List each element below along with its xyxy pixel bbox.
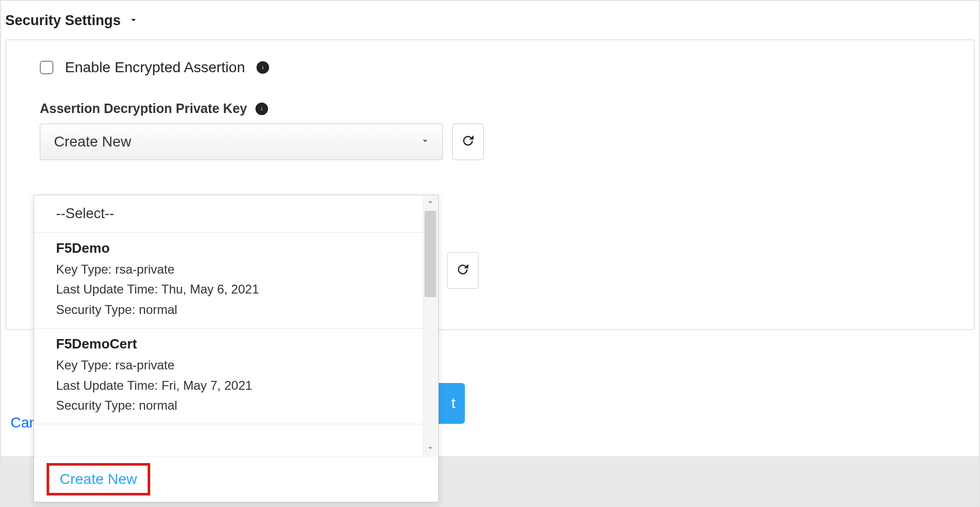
section-title: Security Settings bbox=[5, 13, 121, 29]
key-type-label: Key Type: bbox=[56, 358, 112, 372]
refresh-icon bbox=[461, 133, 475, 150]
dropdown-placeholder[interactable]: --Select-- bbox=[34, 195, 422, 233]
scroll-down-icon bbox=[426, 443, 435, 455]
security-type-label: Security Type: bbox=[56, 302, 136, 317]
create-new-option[interactable]: Create New bbox=[47, 463, 150, 495]
caret-down-icon bbox=[128, 13, 139, 29]
refresh-button-2[interactable] bbox=[447, 252, 478, 289]
enable-encrypted-label: Enable Encrypted Assertion bbox=[65, 59, 245, 76]
chevron-down-icon bbox=[419, 133, 431, 150]
section-header[interactable]: Security Settings bbox=[1, 1, 979, 34]
security-type-value: normal bbox=[139, 398, 177, 412]
scroll-up-icon bbox=[426, 197, 435, 209]
last-update-line: Last Update Time: Fri, May 7, 2021 bbox=[56, 376, 409, 396]
key-type-value: rsa-private bbox=[115, 358, 174, 372]
last-update-label: Last Update Time: bbox=[56, 378, 158, 392]
enable-encrypted-checkbox[interactable] bbox=[40, 61, 53, 74]
dropdown-body: --Select-- F5Demo Key Type: rsa-private … bbox=[34, 195, 422, 457]
security-type-line: Security Type: normal bbox=[56, 300, 409, 320]
scroll-thumb[interactable] bbox=[425, 211, 436, 297]
dropdown-option[interactable]: F5DemoCert Key Type: rsa-private Last Up… bbox=[34, 329, 422, 424]
key-type-value: rsa-private bbox=[115, 262, 174, 276]
key-type-label: Key Type: bbox=[56, 262, 112, 276]
dropdown-placeholder-label: --Select-- bbox=[56, 206, 114, 221]
info-icon[interactable] bbox=[255, 103, 268, 115]
decrypt-key-select-value: Create New bbox=[54, 133, 131, 150]
last-update-value: Thu, May 6, 2021 bbox=[161, 282, 259, 296]
dropdown-scrollbar[interactable] bbox=[422, 195, 438, 457]
decrypt-key-label: Assertion Decryption Private Key bbox=[40, 101, 247, 116]
dropdown-footer: Create New bbox=[34, 457, 438, 502]
security-type-value: normal bbox=[139, 302, 177, 317]
enable-encrypted-row: Enable Encrypted Assertion bbox=[40, 59, 940, 76]
key-type-line: Key Type: rsa-private bbox=[56, 355, 409, 375]
decrypt-key-label-row: Assertion Decryption Private Key bbox=[40, 101, 940, 116]
decrypt-key-select-row: Create New bbox=[40, 123, 940, 160]
dropdown-option-name: F5DemoCert bbox=[56, 336, 409, 352]
refresh-icon bbox=[455, 262, 470, 279]
info-icon[interactable] bbox=[257, 61, 269, 74]
second-refresh-wrapper bbox=[447, 252, 478, 289]
decrypt-key-dropdown: --Select-- F5Demo Key Type: rsa-private … bbox=[34, 195, 439, 502]
security-type-line: Security Type: normal bbox=[56, 396, 409, 415]
last-update-line: Last Update Time: Thu, May 6, 2021 bbox=[56, 279, 409, 299]
security-type-label: Security Type: bbox=[56, 398, 136, 412]
decrypt-key-select[interactable]: Create New bbox=[40, 123, 443, 160]
last-update-label: Last Update Time: bbox=[56, 282, 158, 296]
key-type-line: Key Type: rsa-private bbox=[56, 260, 409, 279]
last-update-value: Fri, May 7, 2021 bbox=[161, 378, 252, 392]
dropdown-option[interactable]: F5Demo Key Type: rsa-private Last Update… bbox=[34, 233, 422, 329]
refresh-button[interactable] bbox=[452, 123, 484, 160]
dropdown-option-name: F5Demo bbox=[56, 240, 409, 256]
